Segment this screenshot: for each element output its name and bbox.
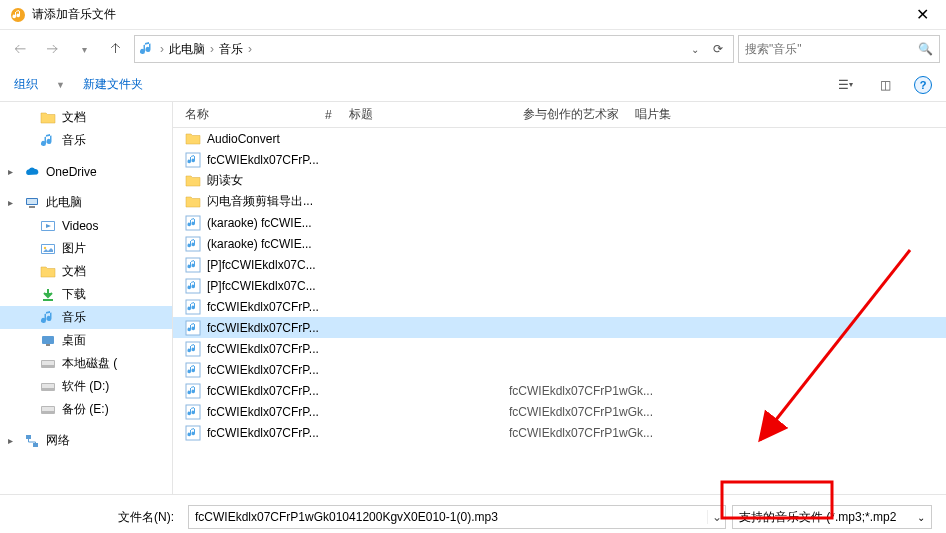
new-folder-button[interactable]: 新建文件夹 bbox=[83, 76, 143, 93]
file-row[interactable]: fcCWIEkdlx07CFrP...fcCWIEkdlx07CFrP1wGk.… bbox=[173, 401, 946, 422]
image-icon bbox=[40, 241, 56, 257]
column-album[interactable]: 唱片集 bbox=[635, 106, 946, 123]
organize-menu[interactable]: 组织 bbox=[14, 76, 38, 93]
network-icon bbox=[24, 433, 40, 449]
sidebar-item[interactable]: 桌面 bbox=[0, 329, 172, 352]
navigation-sidebar: 文档音乐▸OneDrive▸此电脑Videos图片文档下载音乐桌面本地磁盘 (软… bbox=[0, 102, 173, 494]
sidebar-item[interactable]: ▸此电脑 bbox=[0, 191, 172, 214]
audio-icon bbox=[185, 152, 201, 168]
search-box[interactable]: 🔍 bbox=[738, 35, 940, 63]
sidebar-item-label: 音乐 bbox=[62, 132, 86, 149]
file-name: fcCWIEkdlx07CFrP... bbox=[207, 342, 353, 356]
music-icon bbox=[40, 310, 56, 326]
sidebar-item[interactable]: 音乐 bbox=[0, 306, 172, 329]
refresh-button[interactable]: ⟳ bbox=[707, 42, 729, 56]
column-headers[interactable]: 名称 # 标题 参与创作的艺术家 唱片集 bbox=[173, 102, 946, 128]
file-list[interactable]: AudioConvertfcCWIEkdlx07CFrP...朗读女闪电音频剪辑… bbox=[173, 128, 946, 494]
audio-icon bbox=[185, 257, 201, 273]
sidebar-item[interactable]: 文档 bbox=[0, 106, 172, 129]
expand-caret-icon[interactable]: ▸ bbox=[8, 166, 18, 177]
breadcrumb-folder[interactable]: 音乐 bbox=[219, 41, 243, 58]
file-name: 朗读女 bbox=[207, 172, 353, 189]
filename-combobox[interactable]: ⌄ bbox=[188, 505, 726, 529]
file-row[interactable]: [P]fcCWIEkdlx07C... bbox=[173, 254, 946, 275]
folder-icon bbox=[185, 173, 201, 189]
file-name: AudioConvert bbox=[207, 132, 353, 146]
sidebar-item[interactable]: 文档 bbox=[0, 260, 172, 283]
breadcrumb-root[interactable]: 此电脑 bbox=[169, 41, 205, 58]
file-type-filter[interactable]: 支持的音乐文件 (*.mp3;*.mp2 ⌄ bbox=[732, 505, 932, 529]
file-row[interactable]: fcCWIEkdlx07CFrP... bbox=[173, 149, 946, 170]
file-title: fcCWIEkdlx07CFrP1wGk... bbox=[509, 384, 685, 398]
audio-icon bbox=[185, 362, 201, 378]
file-name: fcCWIEkdlx07CFrP... bbox=[207, 384, 353, 398]
search-icon[interactable]: 🔍 bbox=[918, 42, 933, 56]
audio-icon bbox=[185, 215, 201, 231]
sidebar-item-label: OneDrive bbox=[46, 165, 97, 179]
sidebar-item[interactable]: Videos bbox=[0, 214, 172, 237]
expand-caret-icon[interactable]: ▸ bbox=[8, 197, 18, 208]
file-row[interactable]: (karaoke) fcCWIE... bbox=[173, 233, 946, 254]
sidebar-item[interactable]: ▸网络 bbox=[0, 429, 172, 452]
file-row[interactable]: fcCWIEkdlx07CFrP... bbox=[173, 317, 946, 338]
file-row[interactable]: fcCWIEkdlx07CFrP...fcCWIEkdlx07CFrP1wGk.… bbox=[173, 380, 946, 401]
column-name[interactable]: 名称 bbox=[185, 106, 325, 123]
filename-dropdown-icon[interactable]: ⌄ bbox=[707, 510, 725, 524]
file-row[interactable]: fcCWIEkdlx07CFrP... bbox=[173, 296, 946, 317]
file-row[interactable]: (karaoke) fcCWIE... bbox=[173, 212, 946, 233]
thispc-icon bbox=[24, 195, 40, 211]
view-options-button[interactable]: ☰▾ bbox=[834, 74, 856, 96]
sidebar-item[interactable]: ▸OneDrive bbox=[0, 160, 172, 183]
column-title[interactable]: 标题 bbox=[349, 106, 523, 123]
file-row[interactable]: AudioConvert bbox=[173, 128, 946, 149]
close-button[interactable]: ✕ bbox=[902, 5, 942, 24]
sidebar-item-label: 下载 bbox=[62, 286, 86, 303]
audio-icon bbox=[185, 425, 201, 441]
address-bar[interactable]: › 此电脑 › 音乐 › ⌄ ⟳ bbox=[134, 35, 734, 63]
file-row[interactable]: [P]fcCWIEkdlx07C... bbox=[173, 275, 946, 296]
column-artist[interactable]: 参与创作的艺术家 bbox=[523, 106, 635, 123]
help-button[interactable]: ? bbox=[914, 76, 932, 94]
sidebar-item[interactable]: 备份 (E:) bbox=[0, 398, 172, 421]
file-name: fcCWIEkdlx07CFrP... bbox=[207, 426, 353, 440]
desktop-icon bbox=[40, 333, 56, 349]
folder-icon bbox=[185, 131, 201, 147]
expand-caret-icon[interactable]: ▸ bbox=[8, 435, 18, 446]
window-title: 请添加音乐文件 bbox=[32, 6, 902, 23]
address-dropdown-icon[interactable]: ⌄ bbox=[685, 44, 705, 55]
sidebar-item-label: 图片 bbox=[62, 240, 86, 257]
sidebar-item[interactable]: 音乐 bbox=[0, 129, 172, 152]
audio-icon bbox=[185, 404, 201, 420]
file-row[interactable]: 闪电音频剪辑导出... bbox=[173, 191, 946, 212]
onedrive-icon bbox=[24, 164, 40, 180]
sidebar-item-label: 文档 bbox=[62, 263, 86, 280]
chevron-right-icon: › bbox=[245, 42, 255, 56]
nav-recent-button[interactable]: ▾ bbox=[70, 35, 98, 63]
preview-pane-button[interactable]: ◫ bbox=[874, 74, 896, 96]
sidebar-item[interactable]: 图片 bbox=[0, 237, 172, 260]
sidebar-item[interactable]: 下载 bbox=[0, 283, 172, 306]
nav-up-button[interactable]: 🡡 bbox=[102, 35, 130, 63]
file-row[interactable]: fcCWIEkdlx07CFrP... bbox=[173, 338, 946, 359]
file-name: (karaoke) fcCWIE... bbox=[207, 216, 353, 230]
chevron-down-icon: ⌄ bbox=[917, 512, 925, 523]
audio-icon bbox=[185, 383, 201, 399]
filename-input[interactable] bbox=[189, 510, 707, 524]
chevron-right-icon: › bbox=[207, 42, 217, 56]
disk-icon bbox=[40, 356, 56, 372]
file-row[interactable]: fcCWIEkdlx07CFrP... bbox=[173, 359, 946, 380]
search-input[interactable] bbox=[745, 42, 918, 56]
sidebar-item-label: 此电脑 bbox=[46, 194, 82, 211]
column-number[interactable]: # bbox=[325, 108, 349, 122]
chevron-right-icon: › bbox=[157, 42, 167, 56]
filename-label: 文件名(N): bbox=[14, 509, 182, 526]
download-icon bbox=[40, 287, 56, 303]
file-row[interactable]: fcCWIEkdlx07CFrP...fcCWIEkdlx07CFrP1wGk.… bbox=[173, 422, 946, 443]
file-row[interactable]: 朗读女 bbox=[173, 170, 946, 191]
audio-icon bbox=[185, 236, 201, 252]
sidebar-item[interactable]: 本地磁盘 ( bbox=[0, 352, 172, 375]
audio-icon bbox=[185, 299, 201, 315]
sidebar-item[interactable]: 软件 (D:) bbox=[0, 375, 172, 398]
sidebar-item-label: 本地磁盘 ( bbox=[62, 355, 117, 372]
file-title: fcCWIEkdlx07CFrP1wGk... bbox=[509, 426, 685, 440]
